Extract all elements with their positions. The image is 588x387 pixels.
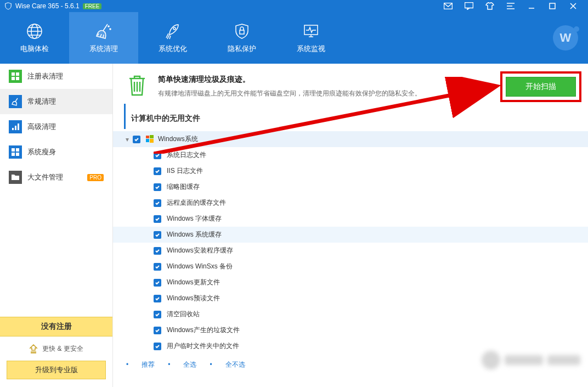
checkbox[interactable]	[154, 152, 161, 159]
trash-icon	[126, 75, 148, 97]
pro-badge: PRO	[87, 174, 104, 181]
svg-rect-17	[12, 148, 15, 152]
svg-rect-18	[16, 148, 19, 152]
svg-point-5	[108, 26, 109, 27]
tab-pc-checkup[interactable]: 电脑体检	[0, 12, 69, 64]
rocket-icon	[163, 22, 182, 41]
globe-icon	[25, 22, 44, 41]
tree-item[interactable]: 清空回收站	[113, 306, 588, 322]
svg-rect-23	[146, 139, 149, 142]
broom-icon	[94, 22, 113, 41]
svg-rect-19	[12, 153, 15, 156]
tshirt-icon[interactable]	[479, 0, 500, 12]
menu-icon[interactable]	[500, 0, 521, 12]
svg-rect-24	[150, 139, 154, 143]
checkbox[interactable]	[154, 199, 161, 207]
monitor-pulse-icon	[302, 22, 320, 41]
not-registered-banner: 没有注册	[0, 317, 112, 336]
svg-rect-12	[12, 77, 15, 80]
svg-point-6	[110, 29, 111, 30]
message-icon[interactable]	[459, 0, 479, 12]
sidebar-item-big-file-manager[interactable]: 大文件管理 PRO	[0, 165, 112, 190]
checkbox[interactable]	[154, 295, 161, 302]
tab-privacy-protection[interactable]: 隐私保护	[207, 12, 276, 64]
svg-point-7	[173, 27, 176, 30]
registry-icon	[9, 70, 22, 83]
main-title: 简单快速清理垃圾及痕迹。	[158, 75, 421, 85]
lock-shield-icon	[233, 22, 251, 41]
checkbox[interactable]	[154, 183, 161, 191]
mail-icon[interactable]	[438, 0, 459, 12]
checkbox[interactable]	[154, 279, 161, 287]
tree-item[interactable]: Windows更新文件	[113, 274, 588, 290]
tree-item[interactable]: Windows WinSxs 备份	[113, 259, 588, 274]
svg-rect-8	[240, 30, 244, 34]
minimize-button[interactable]	[521, 0, 542, 12]
sidebar-item-common-cleaner[interactable]: 常规清理	[0, 89, 112, 114]
user-avatar[interactable]: W	[553, 25, 578, 51]
footer-link-recommend[interactable]: 推荐	[142, 360, 155, 369]
tree-item[interactable]: Windows预读文件	[113, 290, 588, 306]
svg-rect-11	[16, 72, 19, 76]
upgrade-info: 更快 & 更安全	[0, 336, 112, 361]
app-shield-icon	[4, 2, 12, 10]
svg-rect-20	[16, 153, 19, 156]
sidebar-item-registry-cleaner[interactable]: 注册表清理	[0, 64, 112, 89]
svg-rect-13	[16, 77, 19, 80]
sidebar-item-system-slimming[interactable]: 系统瘦身	[0, 139, 112, 165]
svg-rect-1	[465, 3, 473, 8]
tree-item[interactable]: 用户临时文件夹中的文件	[113, 338, 588, 354]
slim-icon	[9, 145, 22, 159]
free-badge: FREE	[83, 3, 102, 9]
svg-rect-15	[15, 126, 16, 130]
app-title: Wise Care 365 - 5.6.1	[15, 2, 80, 10]
tree-item[interactable]: IIS 日志文件	[113, 163, 588, 179]
close-button[interactable]	[563, 0, 584, 12]
tab-system-cleanup[interactable]: 系统清理	[69, 12, 138, 64]
footer-link-select-none[interactable]: 全不选	[225, 360, 245, 369]
start-scan-button[interactable]: 开始扫描	[506, 77, 576, 97]
checkbox[interactable]	[154, 327, 161, 334]
checkbox[interactable]	[154, 311, 161, 318]
tree-item[interactable]: Windows安装程序缓存	[113, 243, 588, 259]
checkbox[interactable]	[154, 231, 161, 239]
main-subtitle: 有规律地清理磁盘上的无用文件能节省磁盘空间，清理使用痕迹能有效保护您的隐私安全。	[158, 89, 421, 98]
tree-item[interactable]: Windows 字体缓存	[113, 211, 588, 227]
tree-group-windows-system[interactable]: ▾Windows系统	[113, 131, 588, 147]
tree-item[interactable]: Windows 系统缓存	[113, 227, 588, 243]
tab-system-tuneup[interactable]: 系统优化	[138, 12, 207, 64]
advanced-icon	[9, 120, 22, 133]
upgrade-button[interactable]: 升级到专业版	[7, 361, 106, 379]
checkbox[interactable]	[154, 215, 161, 223]
tree-item[interactable]: 缩略图缓存	[113, 179, 588, 195]
section-title: 计算机中的无用文件	[124, 104, 588, 129]
svg-rect-16	[18, 124, 19, 130]
checkbox[interactable]	[133, 136, 140, 143]
tree-item[interactable]: Windows产生的垃圾文件	[113, 322, 588, 338]
checkbox[interactable]	[154, 167, 161, 175]
svg-rect-10	[12, 72, 15, 76]
maximize-button[interactable]	[542, 0, 563, 12]
tree-item[interactable]: 系统日志文件	[113, 147, 588, 163]
tab-system-monitor[interactable]: 系统监视	[276, 12, 346, 64]
windows-logo-icon	[146, 135, 155, 144]
checkbox[interactable]	[154, 247, 161, 255]
svg-rect-22	[150, 135, 154, 138]
footer-link-select-all[interactable]: 全选	[183, 360, 196, 369]
svg-rect-14	[12, 128, 14, 130]
caret-down-icon: ▾	[124, 136, 131, 143]
checkbox[interactable]	[154, 263, 161, 271]
svg-rect-2	[550, 3, 555, 9]
svg-rect-21	[146, 136, 149, 138]
folder-icon	[9, 171, 22, 184]
broom-small-icon	[9, 95, 22, 108]
sidebar-item-advanced-cleaner[interactable]: 高级清理	[0, 114, 112, 139]
checkbox[interactable]	[154, 343, 161, 350]
scan-highlight-box: 开始扫描	[500, 71, 581, 102]
tree-item[interactable]: 远程桌面的缓存文件	[113, 195, 588, 211]
